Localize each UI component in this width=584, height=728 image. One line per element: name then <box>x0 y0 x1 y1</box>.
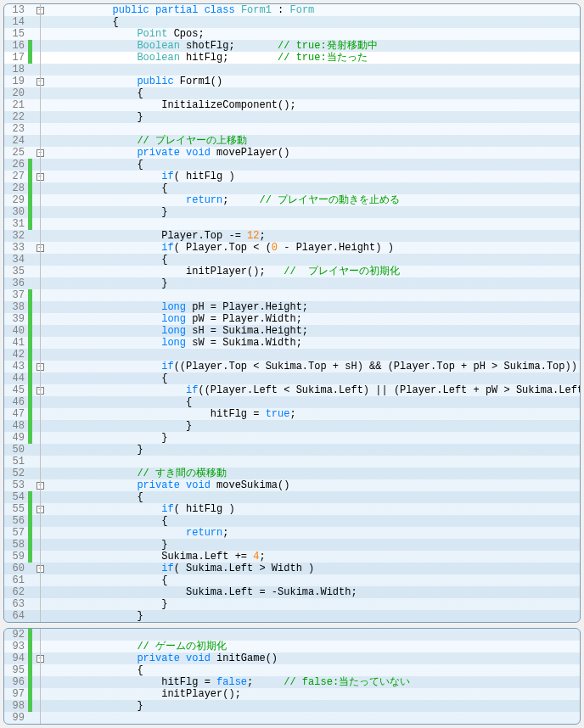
code-content[interactable]: { <box>64 87 580 99</box>
code-line[interactable]: 28 { <box>4 182 580 194</box>
code-line[interactable]: 23 <box>4 123 580 135</box>
code-line[interactable]: 13− public partial class Form1 : Form <box>4 4 580 16</box>
code-content[interactable]: public partial class Form1 : Form <box>64 4 580 16</box>
code-content[interactable] <box>64 218 580 230</box>
code-line[interactable]: 26 { <box>4 159 580 171</box>
code-content[interactable]: } <box>64 206 580 218</box>
code-content[interactable]: { <box>64 396 580 408</box>
code-line[interactable]: 37 <box>4 289 580 301</box>
code-line[interactable]: 27− if( hitFlg ) <box>4 171 580 182</box>
code-content[interactable]: hitFlg = true; <box>64 408 580 420</box>
code-line[interactable]: 42 <box>4 349 580 361</box>
code-content[interactable]: { <box>64 182 580 194</box>
code-content[interactable]: long sW = Sukima.Width; <box>64 337 580 349</box>
code-content[interactable]: { <box>64 254 580 266</box>
code-content[interactable]: { <box>64 574 580 586</box>
code-line[interactable]: 41 long sW = Sukima.Width; <box>4 337 580 349</box>
code-content[interactable] <box>64 349 580 361</box>
code-content[interactable]: { <box>64 491 580 503</box>
code-line[interactable]: 19− public Form1() <box>4 76 580 87</box>
code-line[interactable]: 31 <box>4 218 580 230</box>
code-line[interactable]: 55− if( hitFlg ) <box>4 503 580 515</box>
code-content[interactable]: { <box>64 159 580 171</box>
code-content[interactable]: } <box>64 277 580 289</box>
code-line[interactable]: 30 } <box>4 206 580 218</box>
code-line[interactable]: 93 // ゲームの初期化 <box>4 641 580 652</box>
code-content[interactable]: Point Cpos; <box>64 28 580 40</box>
code-content[interactable]: // プレイヤーの上移動 <box>64 135 580 147</box>
code-content[interactable] <box>64 123 580 135</box>
code-line[interactable]: 62 Sukima.Left = -Sukima.Width; <box>4 586 580 598</box>
code-line[interactable]: 33− if( Player.Top < (0 - Player.Height)… <box>4 242 580 254</box>
code-content[interactable]: { <box>64 515 580 527</box>
code-content[interactable]: if( hitFlg ) <box>64 503 580 515</box>
code-line[interactable]: 25− private void movePlayer() <box>4 147 580 159</box>
code-line[interactable]: 52 // すき間の横移動 <box>4 468 580 479</box>
code-content[interactable]: if((Player.Top < Sukima.Top + sH) && (Pl… <box>64 361 580 372</box>
code-line[interactable]: 16 Boolean shotFlg; // true:発射移動中 <box>4 40 580 52</box>
code-line[interactable]: 57 return; <box>4 527 580 539</box>
code-content[interactable]: initPlayer(); <box>64 688 580 700</box>
code-content[interactable]: if( Sukima.Left > Width ) <box>64 563 580 574</box>
code-content[interactable]: // すき間の横移動 <box>64 468 580 479</box>
code-line[interactable]: 24 // プレイヤーの上移動 <box>4 135 580 147</box>
code-content[interactable]: long pH = Player.Height; <box>64 301 580 313</box>
code-content[interactable]: if((Player.Left < Sukima.Left) || (Playe… <box>64 384 581 396</box>
code-line[interactable]: 92 <box>4 629 580 641</box>
code-line[interactable]: 35 initPlayer(); // プレイヤーの初期化 <box>4 266 580 277</box>
code-content[interactable] <box>64 712 580 724</box>
code-content[interactable]: initPlayer(); // プレイヤーの初期化 <box>64 266 580 277</box>
code-content[interactable]: Player.Top -= 12; <box>64 230 580 242</box>
code-line[interactable]: 18 <box>4 64 580 76</box>
code-content[interactable] <box>64 629 580 641</box>
code-line[interactable]: 95 { <box>4 664 580 676</box>
code-line[interactable]: 15 Point Cpos; <box>4 28 580 40</box>
code-line[interactable]: 94− private void initGame() <box>4 652 580 664</box>
code-line[interactable]: 64 } <box>4 610 580 622</box>
code-line[interactable]: 46 { <box>4 396 580 408</box>
code-content[interactable]: } <box>64 111 580 123</box>
code-content[interactable]: InitializeComponent(); <box>64 99 580 111</box>
code-content[interactable]: } <box>64 700 580 712</box>
code-line[interactable]: 36 } <box>4 277 580 289</box>
code-line[interactable]: 54 { <box>4 491 580 503</box>
code-content[interactable]: } <box>64 610 580 622</box>
code-content[interactable]: long sH = Sukima.Height; <box>64 325 580 337</box>
code-line[interactable]: 40 long sH = Sukima.Height; <box>4 325 580 337</box>
code-content[interactable]: { <box>64 664 580 676</box>
code-content[interactable]: // ゲームの初期化 <box>64 641 580 652</box>
code-content[interactable]: { <box>64 372 580 384</box>
code-content[interactable]: Sukima.Left = -Sukima.Width; <box>64 586 580 598</box>
code-content[interactable]: } <box>64 539 580 551</box>
code-line[interactable]: 43− if((Player.Top < Sukima.Top + sH) &&… <box>4 361 580 372</box>
code-content[interactable] <box>64 289 580 301</box>
code-line[interactable]: 97 initPlayer(); <box>4 688 580 700</box>
code-line[interactable]: 45− if((Player.Left < Sukima.Left) || (P… <box>4 384 580 396</box>
code-line[interactable]: 56 { <box>4 515 580 527</box>
code-content[interactable]: } <box>64 432 580 444</box>
code-content[interactable]: } <box>64 598 580 610</box>
code-content[interactable]: if( hitFlg ) <box>64 171 580 182</box>
code-content[interactable] <box>64 64 580 76</box>
code-content[interactable]: private void movePlayer() <box>64 147 580 159</box>
code-line[interactable]: 38 long pH = Player.Height; <box>4 301 580 313</box>
code-line[interactable]: 96 hitFlg = false; // false:当たっていない <box>4 676 580 688</box>
code-line[interactable]: 29 return; // プレイヤーの動きを止める <box>4 194 580 206</box>
code-line[interactable]: 49 } <box>4 432 580 444</box>
code-content[interactable]: } <box>64 444 580 456</box>
code-line[interactable]: 99 <box>4 712 580 724</box>
code-line[interactable]: 98 } <box>4 700 580 712</box>
code-line[interactable]: 48 } <box>4 420 580 432</box>
code-line[interactable]: 50 } <box>4 444 580 456</box>
code-content[interactable]: } <box>64 420 580 432</box>
code-line[interactable]: 61 { <box>4 574 580 586</box>
code-line[interactable]: 47 hitFlg = true; <box>4 408 580 420</box>
code-line[interactable]: 60− if( Sukima.Left > Width ) <box>4 563 580 574</box>
code-line[interactable]: 53− private void moveSukima() <box>4 479 580 491</box>
code-line[interactable]: 51 <box>4 456 580 468</box>
code-content[interactable]: hitFlg = false; // false:当たっていない <box>64 676 580 688</box>
code-line[interactable]: 58 } <box>4 539 580 551</box>
code-content[interactable]: return; // プレイヤーの動きを止める <box>64 194 580 206</box>
code-line[interactable]: 44 { <box>4 372 580 384</box>
code-line[interactable]: 34 { <box>4 254 580 266</box>
